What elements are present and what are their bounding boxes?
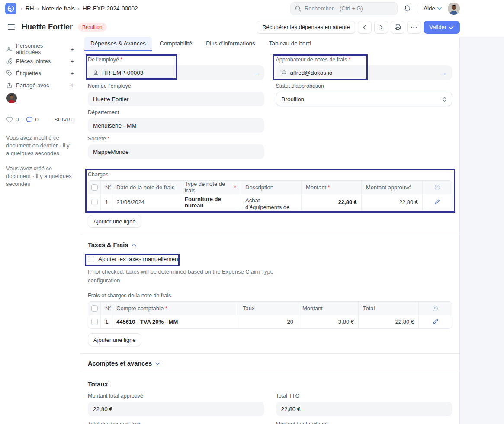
taxes-row[interactable]: 1 445610 - TVA 20% - MM 20 3,80 € 22,80 … bbox=[88, 315, 452, 328]
previous-document-button[interactable] bbox=[358, 21, 372, 34]
next-document-button[interactable] bbox=[374, 21, 388, 34]
app-logo-icon[interactable] bbox=[5, 3, 16, 14]
row-rate[interactable]: 20 bbox=[238, 315, 298, 328]
modified-note: Vous avez modifié ce document en dernier… bbox=[6, 134, 74, 158]
chevron-down-icon bbox=[437, 7, 442, 10]
field-label: Total TTC bbox=[276, 393, 453, 399]
check-icon bbox=[449, 25, 454, 29]
sidebar-item-tags[interactable]: Étiquettes + bbox=[6, 67, 74, 79]
heart-icon[interactable] bbox=[6, 117, 13, 123]
charges-row[interactable]: 1 21/06/2024 Fourniture de bureau Achat … bbox=[88, 194, 452, 210]
grid-settings-gear-icon[interactable] bbox=[418, 302, 452, 315]
comment-icon[interactable] bbox=[26, 116, 33, 123]
status-badge: Brouillon bbox=[78, 23, 107, 32]
breadcrumb-item-rh[interactable]: RH bbox=[26, 5, 34, 12]
total-ttc-field: Total TTC 22,80 € bbox=[276, 393, 453, 416]
col-type: Type de note de frais * bbox=[180, 181, 241, 194]
add-attachment-button[interactable]: + bbox=[70, 57, 74, 65]
likes-count: 0 bbox=[16, 116, 19, 123]
advances-section-header[interactable]: Acomptes et avances bbox=[88, 360, 452, 367]
edit-row-pencil-icon[interactable] bbox=[418, 315, 452, 328]
required-marker: * bbox=[120, 57, 122, 63]
edit-row-pencil-icon[interactable] bbox=[422, 194, 452, 210]
manual-taxes-checkbox[interactable] bbox=[88, 256, 94, 262]
tab-depenses-avances[interactable]: Dépenses & Avances bbox=[84, 37, 152, 51]
add-assignment-button[interactable]: + bbox=[70, 45, 74, 53]
field-label: Montant total approuvé bbox=[88, 393, 264, 399]
tab-tableau-de-bord[interactable]: Tableau de bord bbox=[263, 37, 317, 51]
sidebar-item-attachments[interactable]: Pièces jointes + bbox=[6, 55, 74, 67]
tab-comptabilite[interactable]: Comptabilité bbox=[154, 37, 198, 51]
follow-button[interactable]: SUIVRE bbox=[55, 117, 74, 122]
sidebar-item-shared[interactable]: Partagé avec + bbox=[6, 79, 74, 91]
col-approved: Montant approuvé bbox=[361, 181, 422, 194]
select-all-checkbox[interactable] bbox=[91, 305, 98, 312]
more-actions-button[interactable]: ··· bbox=[407, 21, 421, 34]
shared-user-avatar[interactable] bbox=[6, 93, 17, 103]
help-menu[interactable]: Aide bbox=[424, 5, 442, 12]
grid-settings-gear-icon[interactable] bbox=[422, 181, 452, 194]
taxes-add-row-button[interactable]: Ajouter une ligne bbox=[88, 333, 141, 346]
field-label: Statut d'approbation bbox=[276, 83, 453, 89]
navbar-divider bbox=[417, 4, 417, 13]
select-stepper-icon bbox=[443, 97, 446, 102]
tag-icon bbox=[6, 70, 13, 77]
taxes-section-header[interactable]: Taxes & Frais bbox=[88, 242, 452, 249]
field-label: Total des taxes et frais bbox=[88, 421, 264, 424]
approval-status-select[interactable]: Brouillon bbox=[276, 92, 453, 106]
row-account[interactable]: 445610 - TVA 20% - MM bbox=[112, 315, 238, 328]
total-ttc-value: 22,80 € bbox=[276, 402, 453, 416]
add-share-button[interactable]: + bbox=[70, 82, 74, 89]
print-icon[interactable] bbox=[391, 21, 404, 34]
fetch-pending-expenses-button[interactable]: Récupérer les dépenses en attente bbox=[257, 21, 355, 34]
row-amount[interactable]: 22,80 € bbox=[301, 194, 361, 210]
required-marker: * bbox=[349, 57, 351, 63]
department-input[interactable]: Menuiserie - MM bbox=[88, 118, 264, 133]
row-type[interactable]: Fourniture de bureau bbox=[180, 194, 241, 210]
page-title: Huette Fortier bbox=[22, 22, 73, 32]
notifications-bell-icon[interactable] bbox=[404, 5, 411, 12]
sidebar-item-label: Partagé avec bbox=[16, 82, 67, 89]
tab-plus-informations[interactable]: Plus d'informations bbox=[200, 37, 261, 51]
total-approved-value: 22,80 € bbox=[88, 402, 264, 416]
page-background-strip bbox=[459, 37, 504, 424]
company-input[interactable]: MappeMonde bbox=[88, 144, 264, 159]
row-amount[interactable]: 3,80 € bbox=[298, 315, 358, 328]
sidebar-item-assigned[interactable]: Personnes attribuées + bbox=[6, 43, 74, 55]
totals-grid: Montant total approuvé 22,80 € Total TTC… bbox=[88, 393, 452, 424]
global-search[interactable] bbox=[290, 2, 398, 15]
add-tag-button[interactable]: + bbox=[70, 70, 74, 77]
charges-header-row: N° Date de la note de frais Type de note… bbox=[88, 181, 452, 194]
user-icon bbox=[93, 70, 99, 76]
open-link-arrow-icon[interactable]: → bbox=[440, 69, 447, 77]
row-approved-amount[interactable]: 22,80 € bbox=[361, 194, 422, 210]
user-avatar[interactable] bbox=[448, 3, 460, 15]
open-link-arrow-icon[interactable]: → bbox=[253, 69, 259, 77]
field-label: Société * bbox=[88, 136, 264, 142]
row-date[interactable]: 21/06/2024 bbox=[112, 194, 180, 210]
employee-name-field: Nom de l'employé Huette Fortier bbox=[88, 83, 264, 106]
breadcrumb-separator: › bbox=[37, 6, 39, 12]
field-label: Approbateur de notes de frais * bbox=[276, 57, 453, 63]
row-description[interactable]: Achat d'équipements de bureau (TVA à bbox=[241, 194, 301, 210]
taxes-grid-section: Frais et charges de la note de frais N° … bbox=[88, 293, 452, 329]
employee-name-input[interactable]: Huette Fortier bbox=[88, 92, 264, 106]
select-all-checkbox[interactable] bbox=[91, 184, 98, 191]
menu-icon[interactable] bbox=[6, 22, 16, 32]
employee-link-input[interactable]: HR-EMP-00003 → bbox=[88, 65, 264, 80]
breadcrumb-item-document[interactable]: HR-EXP-2024-00002 bbox=[83, 5, 138, 12]
row-checkbox[interactable] bbox=[91, 199, 98, 205]
charges-add-row-button[interactable]: Ajouter une ligne bbox=[88, 215, 141, 228]
manual-taxes-label[interactable]: Ajouter les taxes manuellement bbox=[98, 256, 180, 262]
breadcrumb-separator: › bbox=[21, 6, 22, 12]
row-checkbox[interactable] bbox=[91, 319, 98, 325]
col-total: Total bbox=[358, 302, 418, 315]
social-row: 0 · 0 SUIVRE bbox=[6, 116, 74, 123]
user-icon bbox=[281, 70, 287, 76]
search-input[interactable] bbox=[305, 5, 393, 12]
validate-button[interactable]: Valider bbox=[424, 21, 460, 34]
row-total[interactable]: 22,80 € bbox=[358, 315, 418, 328]
approver-link-input[interactable]: alfred@dokos.io → bbox=[276, 65, 453, 80]
breadcrumb-item-doctype[interactable]: Note de frais bbox=[42, 5, 75, 12]
approver-value: alfred@dokos.io bbox=[290, 70, 333, 76]
